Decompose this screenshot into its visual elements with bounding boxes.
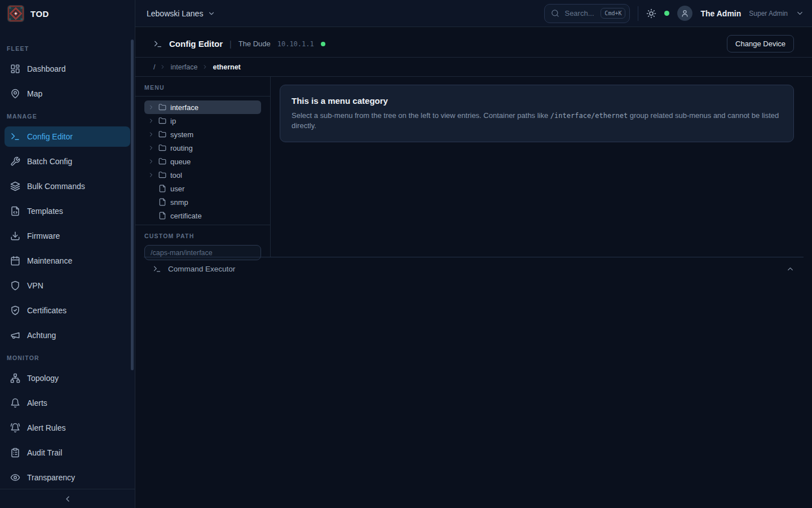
terminal-icon — [153, 40, 162, 49]
sidebar-scrollbar[interactable] — [131, 40, 134, 370]
org-switcher[interactable]: Lebowski Lanes — [147, 9, 215, 18]
chevron-right-icon — [148, 131, 155, 138]
avatar[interactable] — [677, 6, 692, 21]
sidebar-item-firmware[interactable]: Firmware — [5, 226, 130, 246]
sidebar-item-dashboard[interactable]: Dashboard — [5, 59, 130, 79]
sidebar-item-transparency[interactable]: Transparency — [5, 467, 130, 488]
user-menu-chevron-icon[interactable] — [796, 9, 804, 17]
sidebar-item-certificates[interactable]: Certificates — [5, 300, 130, 321]
user-role-badge: Super Admin — [749, 10, 788, 17]
page-title: Config Editor — [169, 39, 223, 49]
download-icon — [10, 231, 20, 241]
calendar-icon — [10, 256, 20, 266]
device-ip: 10.10.1.1 — [277, 40, 314, 48]
menu-panel-header: MENU — [135, 77, 270, 97]
tree-item-system[interactable]: system — [144, 128, 261, 141]
menu-panel-label: MENU — [144, 84, 165, 91]
command-executor-expand-button[interactable] — [786, 265, 795, 273]
page-header: Config Editor | The Dude 10.10.1.1 Chang… — [135, 27, 812, 58]
menu-tree-panel: MENU interface ip — [135, 77, 271, 257]
sidebar-item-alerts[interactable]: Alerts — [5, 393, 130, 413]
chevron-right-icon — [148, 158, 155, 165]
command-executor-bar[interactable]: Command Executor — [144, 257, 804, 281]
megaphone-icon — [10, 330, 20, 340]
chevron-right-icon — [148, 144, 155, 151]
chevron-right-icon — [202, 64, 208, 70]
tree-item-certificate[interactable]: certificate — [144, 209, 261, 222]
file-code-icon — [10, 206, 20, 216]
theme-toggle-button[interactable] — [646, 8, 656, 19]
folder-icon — [158, 144, 166, 152]
chevron-up-icon — [786, 265, 795, 273]
sidebar-item-batch-config[interactable]: Batch Config — [5, 151, 130, 172]
bell-icon — [10, 398, 20, 408]
file-icon — [158, 185, 166, 192]
breadcrumb-interface[interactable]: interface — [170, 63, 197, 71]
terminal-icon — [153, 265, 161, 273]
bell-ring-icon — [10, 423, 20, 433]
sidebar-item-audit-trail[interactable]: Audit Trail — [5, 443, 130, 463]
sidebar-item-alert-rules[interactable]: Alert Rules — [5, 418, 130, 438]
tree-item-interface[interactable]: interface — [144, 100, 261, 114]
command-executor-label: Command Executor — [168, 265, 235, 273]
sidebar-item-templates[interactable]: Templates — [5, 201, 130, 221]
change-device-button[interactable]: Change Device — [727, 35, 794, 52]
breadcrumb-root[interactable]: / — [153, 63, 155, 71]
topbar: Lebowski Lanes Search... Cmd+K The Admin… — [135, 0, 812, 27]
info-card-title: This is a menu category — [292, 96, 782, 106]
section-label-fleet: FLEET — [0, 45, 135, 52]
sidebar-footer — [0, 489, 135, 508]
chevron-left-icon — [63, 494, 72, 503]
empty-workspace — [135, 281, 812, 508]
map-pin-icon — [10, 89, 20, 99]
tree-item-queue[interactable]: queue — [144, 155, 261, 168]
sidebar-item-bulk-commands[interactable]: Bulk Commands — [5, 176, 130, 196]
folder-icon — [158, 117, 166, 125]
org-name: Lebowski Lanes — [147, 9, 203, 18]
search-input[interactable]: Search... Cmd+K — [544, 4, 630, 23]
search-placeholder: Search... — [564, 9, 595, 17]
brand[interactable]: TOD — [0, 0, 135, 27]
menu-category-info-card: This is a menu category Select a sub-men… — [280, 85, 794, 142]
detail-area: This is a menu category Select a sub-men… — [271, 77, 812, 257]
connection-status-dot — [664, 11, 669, 16]
terminal-icon — [10, 132, 20, 142]
user-name: The Admin — [700, 9, 741, 18]
tree-item-ip[interactable]: ip — [144, 114, 261, 128]
shield-check-icon — [10, 305, 20, 316]
tree-item-routing[interactable]: routing — [144, 141, 261, 155]
layers-icon — [10, 181, 20, 191]
chevron-down-icon — [208, 10, 215, 17]
shield-icon — [10, 281, 20, 291]
folder-icon — [158, 130, 166, 138]
sidebar-item-map[interactable]: Map — [5, 84, 130, 104]
sidebar-item-config-editor[interactable]: Config Editor — [5, 126, 130, 147]
section-label-monitor: MONITOR — [0, 354, 135, 361]
tree-item-snmp[interactable]: snmp — [144, 195, 261, 209]
file-icon — [158, 198, 166, 206]
sidebar-item-topology[interactable]: Topology — [5, 368, 130, 388]
chevron-right-icon — [148, 117, 155, 124]
network-icon — [10, 373, 20, 383]
menu-tree: interface ip system — [135, 97, 270, 225]
chevron-right-icon — [160, 64, 166, 70]
tree-item-user[interactable]: user — [144, 182, 261, 195]
tree-item-tool[interactable]: tool — [144, 168, 261, 182]
section-label-manage: MANAGE — [0, 113, 135, 120]
sidebar-item-achtung[interactable]: Achtung — [5, 325, 130, 345]
sidebar-item-maintenance[interactable]: Maintenance — [5, 251, 130, 271]
clipboard-list-icon — [10, 448, 20, 458]
topbar-divider — [638, 6, 638, 21]
content-area: Config Editor | The Dude 10.10.1.1 Chang… — [135, 27, 812, 508]
path-code: /interface/ethernet — [550, 112, 628, 120]
search-icon — [551, 9, 559, 17]
wrench-icon — [10, 156, 20, 167]
sidebar-collapse-button[interactable] — [63, 494, 72, 503]
breadcrumb-ethernet: ethernet — [213, 63, 240, 71]
user-icon — [681, 9, 689, 17]
custom-path-label: CUSTOM PATH — [144, 233, 194, 239]
rug-logo-icon — [7, 5, 25, 23]
dashboard-grid-icon — [10, 64, 20, 74]
sidebar-item-vpn[interactable]: VPN — [5, 275, 130, 296]
sidebar: TOD FLEET Dashboard Map MANAGE Config Ed… — [0, 0, 135, 508]
